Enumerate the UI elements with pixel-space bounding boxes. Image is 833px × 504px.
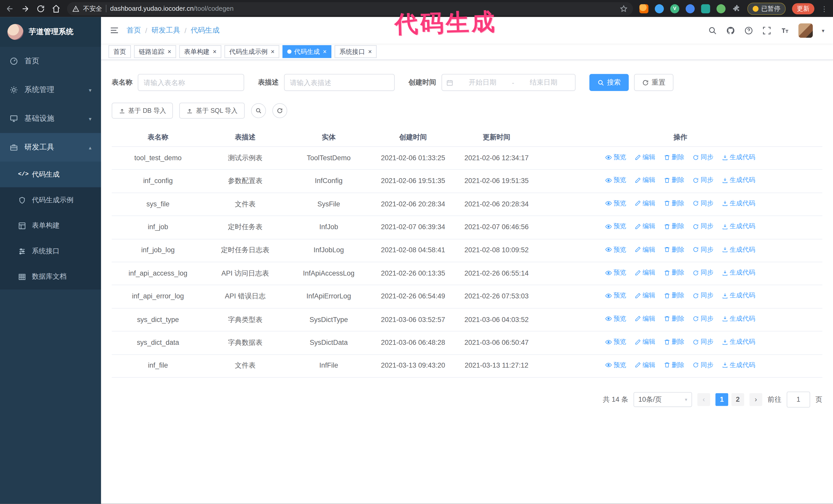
tab-item[interactable]: 系统接口× bbox=[335, 45, 377, 58]
tab-close-icon[interactable]: × bbox=[213, 48, 217, 55]
address-bar[interactable]: 不安全 dashboard.yudao.iocoder.cn/tool/code… bbox=[67, 2, 633, 15]
preview-link[interactable]: 预览 bbox=[605, 198, 626, 209]
delete-link[interactable]: 删除 bbox=[664, 245, 684, 255]
table-desc-input[interactable] bbox=[284, 74, 395, 91]
tab-item[interactable]: 首页 bbox=[109, 45, 131, 58]
page-button-active[interactable]: 1 bbox=[715, 393, 728, 406]
edit-link[interactable]: 编辑 bbox=[635, 175, 656, 186]
edit-link[interactable]: 编辑 bbox=[635, 268, 656, 278]
app-logo[interactable]: 芋道管理系统 bbox=[0, 17, 101, 47]
preview-link[interactable]: 预览 bbox=[605, 337, 626, 347]
tab-item[interactable]: 链路追踪× bbox=[134, 45, 176, 58]
tab-item[interactable]: 表单构建× bbox=[179, 45, 221, 58]
reload-icon[interactable] bbox=[36, 4, 45, 13]
delete-link[interactable]: 删除 bbox=[664, 291, 684, 301]
date-end-placeholder[interactable]: 结束日期 bbox=[516, 78, 571, 87]
next-page-button[interactable]: › bbox=[749, 393, 762, 406]
delete-link[interactable]: 删除 bbox=[664, 360, 684, 370]
date-range-picker[interactable]: 开始日期 - 结束日期 bbox=[442, 74, 576, 91]
tab-item[interactable]: 代码生成示例× bbox=[224, 45, 279, 58]
import-db-button[interactable]: 基于 DB 导入 bbox=[112, 103, 173, 119]
sync-link[interactable]: 同步 bbox=[693, 337, 713, 347]
back-icon[interactable] bbox=[5, 4, 14, 13]
extension-fox-icon[interactable] bbox=[640, 4, 648, 13]
home-icon[interactable] bbox=[51, 4, 61, 13]
sync-link[interactable]: 同步 bbox=[693, 198, 713, 209]
update-button[interactable]: 更新 bbox=[792, 3, 814, 14]
delete-link[interactable]: 删除 bbox=[664, 198, 684, 209]
sidebar-item-form-builder[interactable]: 表单构建 bbox=[0, 213, 101, 238]
extension-vue-devtools-icon[interactable]: V bbox=[670, 4, 679, 13]
edit-link[interactable]: 编辑 bbox=[635, 314, 656, 324]
sync-link[interactable]: 同步 bbox=[693, 221, 713, 232]
search-icon[interactable] bbox=[708, 26, 717, 35]
edit-link[interactable]: 编辑 bbox=[635, 360, 656, 370]
sync-link[interactable]: 同步 bbox=[693, 175, 713, 186]
sync-link[interactable]: 同步 bbox=[693, 314, 713, 324]
import-sql-button[interactable]: 基于 SQL 导入 bbox=[180, 103, 244, 119]
browser-menu-icon[interactable]: ⋮ bbox=[821, 5, 828, 12]
preview-link[interactable]: 预览 bbox=[605, 175, 626, 186]
generate-code-link[interactable]: 生成代码 bbox=[722, 291, 755, 301]
extension-card-icon[interactable] bbox=[701, 4, 710, 13]
generate-code-link[interactable]: 生成代码 bbox=[722, 268, 755, 278]
tab-close-icon[interactable]: × bbox=[368, 48, 372, 55]
extensions-puzzle-icon[interactable] bbox=[732, 4, 741, 13]
preview-link[interactable]: 预览 bbox=[605, 314, 626, 324]
generate-code-link[interactable]: 生成代码 bbox=[722, 152, 755, 163]
date-start-placeholder[interactable]: 开始日期 bbox=[455, 78, 509, 87]
edit-link[interactable]: 编辑 bbox=[635, 152, 656, 163]
extension-drop-icon[interactable] bbox=[655, 4, 664, 13]
sync-link[interactable]: 同步 bbox=[693, 152, 713, 163]
tab-close-icon[interactable]: × bbox=[168, 48, 171, 55]
generate-code-link[interactable]: 生成代码 bbox=[722, 360, 755, 370]
user-avatar[interactable] bbox=[799, 23, 813, 38]
sidebar-item-system[interactable]: 系统管理 ▾ bbox=[0, 76, 101, 104]
generate-code-link[interactable]: 生成代码 bbox=[722, 337, 755, 347]
delete-link[interactable]: 删除 bbox=[664, 268, 684, 278]
sync-link[interactable]: 同步 bbox=[693, 291, 713, 301]
paused-badge[interactable]: 已暂停 bbox=[747, 2, 786, 15]
tab-close-icon[interactable]: × bbox=[271, 48, 275, 55]
sidebar-item-code-generation[interactable]: </> 代码生成 bbox=[0, 162, 101, 187]
bookmark-star-icon[interactable] bbox=[620, 5, 628, 13]
page-button[interactable]: 2 bbox=[732, 393, 744, 406]
generate-code-link[interactable]: 生成代码 bbox=[722, 221, 755, 232]
security-warning-label[interactable]: 不安全 bbox=[83, 4, 102, 13]
hamburger-icon[interactable] bbox=[110, 26, 119, 35]
font-size-icon[interactable] bbox=[780, 26, 789, 35]
sidebar-item-code-example[interactable]: 代码生成示例 bbox=[0, 187, 101, 213]
github-icon[interactable] bbox=[726, 26, 735, 35]
edit-link[interactable]: 编辑 bbox=[635, 245, 656, 255]
edit-link[interactable]: 编辑 bbox=[635, 291, 656, 301]
tab-close-icon[interactable]: × bbox=[323, 48, 327, 55]
sidebar-item-db-doc[interactable]: 数据库文档 bbox=[0, 264, 101, 289]
generate-code-link[interactable]: 生成代码 bbox=[722, 198, 755, 209]
generate-code-link[interactable]: 生成代码 bbox=[722, 245, 755, 255]
breadcrumb-home[interactable]: 首页 bbox=[127, 26, 141, 35]
table-name-input[interactable] bbox=[138, 74, 244, 91]
extension-users-icon[interactable] bbox=[686, 4, 695, 13]
forward-icon[interactable] bbox=[21, 4, 30, 13]
refresh-table-button[interactable] bbox=[272, 103, 287, 118]
search-button[interactable]: 搜索 bbox=[589, 74, 629, 91]
preview-link[interactable]: 预览 bbox=[605, 291, 626, 301]
generate-code-link[interactable]: 生成代码 bbox=[722, 314, 755, 324]
preview-link[interactable]: 预览 bbox=[605, 360, 626, 370]
edit-link[interactable]: 编辑 bbox=[635, 337, 656, 347]
goto-page-input[interactable] bbox=[787, 391, 810, 407]
preview-link[interactable]: 预览 bbox=[605, 221, 626, 232]
delete-link[interactable]: 删除 bbox=[664, 221, 684, 232]
preview-link[interactable]: 预览 bbox=[605, 245, 626, 255]
generate-code-link[interactable]: 生成代码 bbox=[722, 175, 755, 186]
sidebar-item-home[interactable]: 首页 bbox=[0, 47, 101, 76]
tab-active[interactable]: 代码生成× bbox=[282, 45, 331, 58]
sync-link[interactable]: 同步 bbox=[693, 268, 713, 278]
help-icon[interactable] bbox=[744, 26, 753, 35]
preview-link[interactable]: 预览 bbox=[605, 152, 626, 163]
sidebar-item-api[interactable]: 系统接口 bbox=[0, 238, 101, 264]
delete-link[interactable]: 删除 bbox=[664, 314, 684, 324]
sidebar-item-devtools[interactable]: 研发工具 ▴ bbox=[0, 133, 101, 162]
breadcrumb-devtools[interactable]: 研发工具 bbox=[151, 26, 180, 35]
edit-link[interactable]: 编辑 bbox=[635, 221, 656, 232]
